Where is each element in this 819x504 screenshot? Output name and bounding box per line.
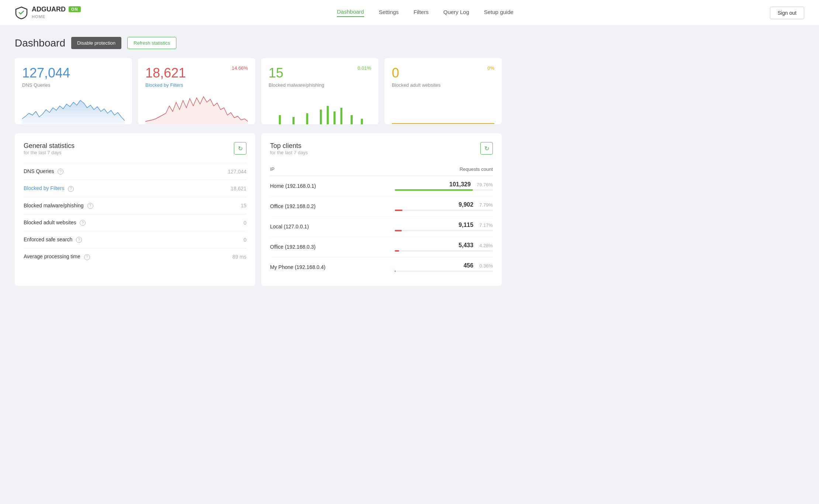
client-bar-wrap-2	[395, 230, 493, 231]
general-stats-header: General statistics for the last 7 days ↻	[24, 142, 246, 161]
top-clients-refresh-button[interactable]: ↻	[480, 142, 493, 155]
blocked-malware-percent: 0.01%	[357, 65, 371, 71]
svg-rect-4	[327, 106, 329, 124]
client-value-4: 456 0.36%	[395, 257, 493, 277]
main-content: Dashboard Disable protection Refresh sta…	[0, 26, 516, 297]
svg-rect-0	[279, 115, 281, 124]
blocked-adult-label: Blocked adult websites	[392, 82, 494, 88]
client-percent-3: 4.28%	[479, 243, 493, 248]
svg-rect-1	[293, 117, 295, 124]
client-count-2: 9,115	[459, 222, 473, 228]
client-value-2: 9,115 7.17%	[395, 217, 493, 237]
brand-sub: HOME	[32, 14, 45, 19]
general-stats-panel: General statistics for the last 7 days ↻…	[15, 133, 255, 286]
client-percent-0: 79.76%	[477, 182, 493, 187]
blocked-chart	[145, 92, 248, 124]
table-row: Average processing time ? 89 ms	[24, 248, 246, 265]
client-bar-wrap-4	[395, 270, 493, 272]
dns-queries-value: 127,044	[22, 65, 70, 81]
general-stats-subtitle: for the last 7 days	[24, 150, 75, 155]
nav-setup-guide[interactable]: Setup guide	[484, 9, 514, 17]
bottom-section: General statistics for the last 7 days ↻…	[15, 133, 502, 286]
stat-row-malware-value: 15	[199, 197, 246, 214]
general-stats-table: DNS Queries ? 127,044 Blocked by Filters…	[24, 163, 246, 265]
page-title: Dashboard	[15, 37, 65, 49]
general-stats-title: General statistics	[24, 142, 75, 150]
client-count-0: 101,329	[449, 181, 471, 188]
client-name-3: Office (192.168.0.3)	[270, 237, 395, 257]
blocked-help-icon[interactable]: ?	[68, 186, 74, 192]
table-row: Blocked malware/phishing ? 15	[24, 197, 246, 214]
client-percent-1: 7.79%	[479, 202, 493, 208]
client-bar-wrap-0	[395, 189, 493, 191]
table-row: Local (127.0.0.1) 9,115 7.17%	[270, 217, 493, 237]
nav-links: Dashboard Settings Filters Query Log Set…	[337, 8, 514, 17]
stat-row-safesearch-value: 0	[199, 231, 246, 248]
client-name-1: Office (192.168.0.2)	[270, 196, 395, 217]
dns-help-icon[interactable]: ?	[58, 169, 63, 175]
blocked-malware-label: Blocked malware/phishing	[269, 82, 371, 88]
disable-protection-button[interactable]: Disable protection	[71, 37, 121, 49]
table-row: Office (192.168.0.3) 5,433 4.28%	[270, 237, 493, 257]
adult-chart	[392, 92, 494, 124]
stat-card-dns: 127,044 DNS Queries	[15, 58, 132, 124]
client-name-2: Local (127.0.0.1)	[270, 217, 395, 237]
stat-row-avgtime-label: Average processing time ?	[24, 248, 199, 265]
blocked-malware-value: 15	[269, 65, 283, 81]
client-percent-2: 7.17%	[479, 222, 493, 228]
client-count-1: 9,902	[459, 201, 473, 208]
stat-row-adult-value: 0	[199, 214, 246, 231]
table-row: Home (192.168.0.1) 101,329 79.76%	[270, 176, 493, 196]
table-row: Enforced safe search ? 0	[24, 231, 246, 248]
client-bar-4	[395, 270, 395, 272]
top-clients-header: Top clients for the last 7 days ↻	[270, 142, 493, 161]
navbar: ADGUARD ON HOME Dashboard Settings Filte…	[0, 0, 819, 26]
logo-area: ADGUARD ON HOME	[15, 6, 81, 20]
svg-rect-7	[350, 115, 353, 124]
brand-name: ADGUARD	[32, 6, 66, 13]
nav-filters[interactable]: Filters	[414, 9, 429, 17]
stat-card-adult: 0 0% Blocked adult websites	[384, 58, 502, 124]
nav-query-log[interactable]: Query Log	[443, 9, 469, 17]
stat-card-malware: 15 0.01% Blocked malware/phishing	[261, 58, 379, 124]
stat-row-safesearch-label: Enforced safe search ?	[24, 231, 199, 248]
client-bar-3	[395, 250, 399, 252]
sign-out-button[interactable]: Sign out	[770, 7, 804, 19]
table-row: Office (192.168.0.2) 9,902 7.79%	[270, 196, 493, 217]
top-clients-title: Top clients	[270, 142, 308, 150]
blocked-adult-value: 0	[392, 65, 399, 81]
stat-card-blocked: 18,621 14.66% Blocked by Filters	[138, 58, 255, 124]
svg-rect-6	[341, 108, 343, 124]
client-count-3: 5,433	[459, 242, 473, 249]
table-row: Blocked by Filters ? 18,621	[24, 180, 246, 197]
client-name-4: My Phone (192.168.0.4)	[270, 257, 395, 277]
malware-help-icon[interactable]: ?	[87, 203, 93, 209]
client-bar-1	[395, 210, 402, 211]
clients-table: IP Requests count Home (192.168.0.1) 101…	[270, 163, 493, 277]
general-stats-refresh-button[interactable]: ↻	[234, 142, 246, 155]
client-name-0: Home (192.168.0.1)	[270, 176, 395, 196]
avgtime-help-icon[interactable]: ?	[84, 254, 90, 260]
refresh-statistics-button[interactable]: Refresh statistics	[127, 37, 176, 49]
client-bar-0	[395, 189, 473, 191]
dashboard-header: Dashboard Disable protection Refresh sta…	[15, 37, 502, 49]
client-percent-4: 0.36%	[479, 263, 493, 269]
col-ip-header: IP	[270, 163, 395, 176]
nav-dashboard[interactable]: Dashboard	[337, 8, 364, 17]
stat-row-malware-label: Blocked malware/phishing ?	[24, 197, 199, 214]
nav-settings[interactable]: Settings	[379, 9, 399, 17]
adult-help-icon[interactable]: ?	[80, 220, 86, 226]
svg-rect-8	[361, 119, 363, 124]
stat-row-blocked-label[interactable]: Blocked by Filters ?	[24, 180, 199, 197]
client-bar-wrap-3	[395, 250, 493, 252]
table-row: Blocked adult websites ? 0	[24, 214, 246, 231]
nav-actions: Sign out	[770, 7, 804, 19]
client-value-0: 101,329 79.76%	[395, 176, 493, 196]
safesearch-help-icon[interactable]: ?	[76, 237, 82, 243]
top-clients-panel: Top clients for the last 7 days ↻ IP Req…	[261, 133, 502, 286]
client-value-1: 9,902 7.79%	[395, 196, 493, 217]
svg-rect-2	[306, 113, 308, 124]
svg-rect-5	[334, 111, 336, 124]
client-bar-wrap-1	[395, 210, 493, 211]
dns-chart	[22, 92, 125, 124]
